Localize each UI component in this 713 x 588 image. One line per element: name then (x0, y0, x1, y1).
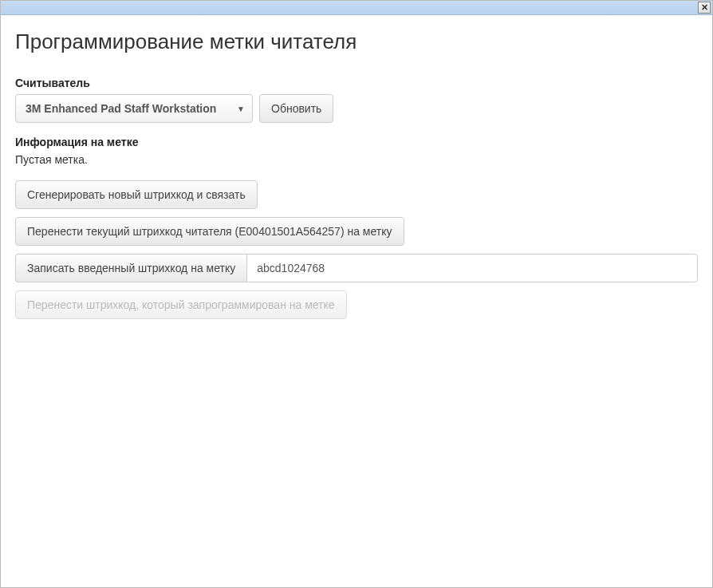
barcode-input[interactable] (246, 254, 698, 282)
reader-row: 3M Enhanced Pad Staff Workstation ▼ Обно… (15, 94, 698, 123)
reader-select-wrap: 3M Enhanced Pad Staff Workstation ▼ (15, 94, 253, 123)
refresh-button[interactable]: Обновить (259, 94, 333, 123)
title-bar: ✕ (1, 1, 712, 15)
dialog-content: Программирование метки читателя Считыват… (1, 15, 712, 333)
tag-info-status: Пустая метка. (15, 153, 698, 166)
close-icon: ✕ (701, 3, 708, 12)
write-entered-barcode-button[interactable]: Записать введенный штрихкод на метку (15, 254, 246, 282)
close-button[interactable]: ✕ (698, 2, 711, 14)
write-barcode-group: Записать введенный штрихкод на метку (15, 254, 698, 282)
reader-label: Считыватель (15, 77, 698, 89)
generate-barcode-button[interactable]: Сгенерировать новый штрихкод и связать (15, 180, 258, 209)
transfer-current-barcode-button[interactable]: Перенести текущий штрихкод читателя (E00… (15, 217, 404, 246)
actions-stack: Сгенерировать новый штрихкод и связать П… (15, 180, 698, 319)
reader-select[interactable]: 3M Enhanced Pad Staff Workstation (15, 94, 253, 123)
dialog-window: ✕ Программирование метки читателя Считыв… (0, 0, 713, 588)
tag-info-label: Информация на метке (15, 136, 698, 148)
transfer-programmed-barcode-button[interactable]: Перенести штрихкод, который запрограммир… (15, 290, 347, 319)
page-title: Программирование метки читателя (15, 30, 698, 54)
